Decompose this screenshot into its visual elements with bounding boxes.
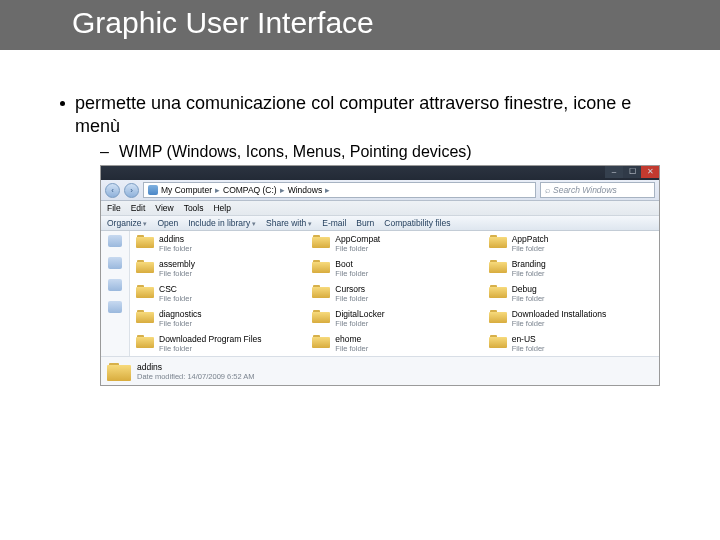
search-input[interactable]: Search Windows [540,182,655,198]
list-item[interactable]: CSCFile folder [130,281,306,306]
folder-icon [312,259,330,273]
folder-name: Debug [512,284,545,294]
folder-icon [489,334,507,348]
details-name: addins [137,362,255,372]
slide-content: permette una comunicazione col computer … [0,50,720,161]
list-item[interactable]: en-USFile folder [483,331,659,356]
share-with-button[interactable]: Share with [266,218,312,228]
folder-icon [489,284,507,298]
maximize-button[interactable]: ☐ [623,166,641,178]
folder-icon [107,361,131,381]
email-button[interactable]: E-mail [322,218,346,228]
folder-type: File folder [335,269,368,278]
list-item[interactable]: AppPatchFile folder [483,231,659,256]
burn-button[interactable]: Burn [356,218,374,228]
include-library-button[interactable]: Include in library [188,218,256,228]
slide-title: Graphic User Interface [72,6,374,39]
folder-type: File folder [159,319,202,328]
menu-tools[interactable]: Tools [184,203,204,213]
folder-type: File folder [159,269,195,278]
computer-nav-icon[interactable] [108,279,122,291]
back-button[interactable]: ‹ [105,183,120,198]
explorer-window: – ☐ ✕ ‹ › My Computer ▸ COMPAQ (C:) ▸ Wi… [100,165,660,386]
bullet-main-text: permette una comunicazione col computer … [75,92,660,137]
window-titlebar[interactable]: – ☐ ✕ [101,166,659,180]
list-item[interactable]: AppCompatFile folder [306,231,482,256]
bullet-dash-icon: – [100,143,109,161]
menu-edit[interactable]: Edit [131,203,146,213]
folder-icon [136,259,154,273]
minimize-button[interactable]: – [605,166,623,178]
folder-name: AppCompat [335,234,380,244]
folder-type: File folder [335,244,380,253]
list-item[interactable]: DigitalLockerFile folder [306,306,482,331]
menu-view[interactable]: View [155,203,173,213]
toolbar: Organize Open Include in library Share w… [101,216,659,231]
bullet-sub-text: WIMP (Windows, Icons, Menus, Pointing de… [119,143,472,161]
folder-icon [312,234,330,248]
list-item[interactable]: BrandingFile folder [483,256,659,281]
breadcrumb[interactable]: My Computer ▸ COMPAQ (C:) ▸ Windows ▸ [143,182,536,198]
chevron-right-icon: ▸ [215,185,220,195]
folder-name: Cursors [335,284,368,294]
details-date-modified: Date modified: 14/07/2009 6:52 AM [137,372,255,381]
folder-type: File folder [335,294,368,303]
list-item[interactable]: BootFile folder [306,256,482,281]
libraries-icon[interactable] [108,257,122,269]
folder-list: addinsFile folder AppCompatFile folder A… [130,231,659,356]
list-item[interactable]: Downloaded InstallationsFile folder [483,306,659,331]
explorer-body: addinsFile folder AppCompatFile folder A… [101,231,659,356]
list-item[interactable]: assemblyFile folder [130,256,306,281]
nav-bar: ‹ › My Computer ▸ COMPAQ (C:) ▸ Windows … [101,180,659,201]
folder-name: assembly [159,259,195,269]
folder-icon [312,309,330,323]
folder-icon [312,334,330,348]
close-button[interactable]: ✕ [641,166,659,178]
list-item[interactable]: diagnosticsFile folder [130,306,306,331]
folder-type: File folder [335,319,384,328]
folder-type: File folder [159,344,262,353]
breadcrumb-disk[interactable]: COMPAQ (C:) [223,185,277,195]
folder-name: CSC [159,284,192,294]
list-item[interactable]: ehomeFile folder [306,331,482,356]
menu-help[interactable]: Help [213,203,230,213]
folder-icon [489,259,507,273]
search-icon [545,185,550,195]
chevron-right-icon: ▸ [325,185,330,195]
favorites-icon[interactable] [108,235,122,247]
open-button[interactable]: Open [157,218,178,228]
folder-name: addins [159,234,192,244]
folder-name: AppPatch [512,234,549,244]
folder-type: File folder [512,294,545,303]
menu-file[interactable]: File [107,203,121,213]
folder-icon [489,309,507,323]
folder-icon [312,284,330,298]
list-item[interactable]: addinsFile folder [130,231,306,256]
compat-files-button[interactable]: Compatibility files [384,218,450,228]
folder-name: Downloaded Program Files [159,334,262,344]
folder-icon [489,234,507,248]
menu-bar: File Edit View Tools Help [101,201,659,216]
breadcrumb-root[interactable]: My Computer [161,185,212,195]
folder-type: File folder [159,244,192,253]
folder-icon [136,284,154,298]
folder-name: DigitalLocker [335,309,384,319]
breadcrumb-folder[interactable]: Windows [288,185,322,195]
details-pane: addins Date modified: 14/07/2009 6:52 AM [101,356,659,385]
organize-button[interactable]: Organize [107,218,147,228]
forward-button[interactable]: › [124,183,139,198]
bullet-sub: – WIMP (Windows, Icons, Menus, Pointing … [100,143,660,161]
folder-type: File folder [512,269,546,278]
list-item[interactable]: Downloaded Program FilesFile folder [130,331,306,356]
list-item[interactable]: DebugFile folder [483,281,659,306]
bullet-dot-icon [60,101,65,106]
nav-pane[interactable] [101,231,130,356]
network-icon[interactable] [108,301,122,313]
search-placeholder: Search Windows [553,185,617,195]
folder-icon [136,309,154,323]
folder-name: ehome [335,334,368,344]
folder-type: File folder [335,344,368,353]
list-item[interactable]: CursorsFile folder [306,281,482,306]
folder-type: File folder [512,319,607,328]
folder-name: Branding [512,259,546,269]
